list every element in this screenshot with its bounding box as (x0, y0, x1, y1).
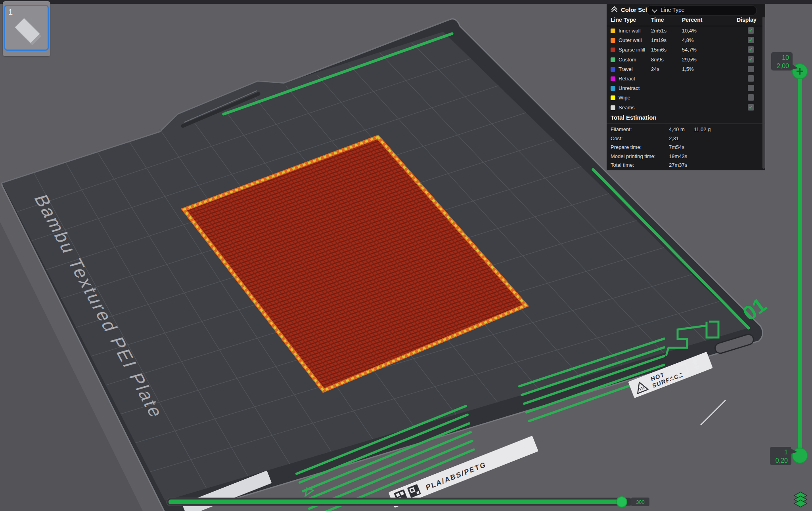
move-slider-handle[interactable] (617, 497, 627, 507)
display-checkbox[interactable]: ✓ (748, 46, 754, 53)
estimation-label: Cost: (611, 135, 622, 141)
line-type-row: Wipe✓ (607, 93, 765, 103)
col-percent: Percent (682, 17, 702, 23)
move-slider-fill (169, 500, 620, 504)
display-checkbox[interactable]: ✓ (748, 66, 754, 72)
line-type-swatch (611, 95, 615, 100)
gcode-preview-screen: Bambu Textured PEI Plate PLA/ABS/PETG HO… (0, 0, 812, 511)
line-type-swatch (611, 38, 615, 43)
estimation-value: 7m54s (669, 144, 684, 150)
line-type-row: Seams✓ (607, 103, 765, 113)
line-type-row: Outer wall1m19s4,8%✓ (607, 36, 765, 46)
color-scheme-panel: Color Scheme Line Type Line Type Time Pe… (607, 4, 765, 170)
line-type-swatch (611, 105, 615, 110)
line-type-swatch (611, 86, 615, 91)
layer-slider-track[interactable] (798, 71, 802, 456)
estimation-value: 27m37s (669, 162, 687, 168)
view-mode-value: Line Type (661, 7, 684, 13)
layer-slider-bottom-handle[interactable] (793, 448, 808, 463)
display-checkbox[interactable]: ✓ (748, 104, 754, 111)
line-type-row: Travel24s1,5%✓ (607, 65, 765, 74)
line-type-swatch (611, 29, 615, 33)
display-checkbox[interactable]: ✓ (748, 94, 754, 101)
top-strip (0, 0, 812, 4)
line-type-time: 2m51s (651, 28, 666, 34)
estimation-row: Prepare time:7m54s (607, 143, 765, 152)
line-type-percent: 54,7% (682, 47, 697, 53)
chevron-down-icon (652, 7, 657, 13)
line-type-label: Wipe (619, 95, 630, 101)
line-type-percent: 29,5% (682, 57, 697, 63)
svg-text:0,20: 0,20 (776, 457, 788, 464)
estimation-row: Model printing time:19m43s (607, 152, 765, 161)
total-estimation-table: Filament:4,40 m11,02 gCost:2,31Prepare t… (607, 125, 765, 170)
estimation-value: 19m43s (669, 153, 687, 159)
col-line-type: Line Type (611, 17, 636, 23)
line-type-table: Inner wall2m51s10,4%✓Outer wall1m19s4,8%… (607, 27, 765, 113)
total-estimation-title: Total Estimation (611, 114, 657, 121)
line-type-time: 1m19s (651, 37, 666, 43)
line-type-time: 15m6s (651, 47, 666, 53)
divider (607, 26, 765, 26)
estimation-row: Cost:2,31 (607, 134, 765, 143)
estimation-label: Total time: (611, 162, 634, 168)
line-type-label: Retract (619, 76, 635, 82)
estimation-label: Filament: (611, 126, 632, 132)
line-type-label: Travel (619, 66, 633, 72)
move-slider[interactable]: 300 (167, 497, 649, 507)
line-type-row: Inner wall2m51s10,4%✓ (607, 27, 765, 36)
col-display: Display (737, 17, 756, 23)
estimation-label: Model printing time: (611, 153, 655, 159)
line-type-percent: 4,8% (682, 37, 694, 43)
line-type-label: Custom (619, 57, 636, 63)
line-type-time: 8m9s (651, 57, 664, 63)
plate-thumbnail-card[interactable]: 1 (3, 1, 50, 56)
line-type-row: Retract✓ (607, 74, 765, 84)
display-checkbox[interactable]: ✓ (748, 85, 754, 91)
line-type-percent: 1,5% (682, 66, 694, 72)
move-slider-value-badge: 300 (631, 498, 649, 506)
panel-scrollbar[interactable] (762, 17, 765, 169)
col-time: Time (651, 17, 664, 23)
svg-text:10: 10 (782, 54, 789, 61)
svg-text:1: 1 (784, 449, 788, 456)
line-type-label: Inner wall (619, 28, 641, 34)
estimation-row: Filament:4,40 m11,02 g (607, 125, 765, 134)
line-type-time: 24s (651, 66, 659, 72)
line-type-swatch (611, 67, 615, 72)
line-type-label: Sparse infill (619, 47, 645, 53)
table-header: Line Type Time Percent Display (607, 17, 765, 25)
estimation-label: Prepare time: (611, 144, 642, 150)
plate-thumbnail-selected-frame: 1 (4, 5, 49, 51)
line-type-swatch (611, 76, 615, 81)
view-mode-dropdown[interactable]: Line Type (647, 5, 757, 16)
display-checkbox[interactable]: ✓ (748, 56, 754, 63)
display-checkbox[interactable]: ✓ (748, 27, 754, 34)
divider (607, 124, 765, 124)
line-type-swatch (611, 57, 615, 62)
estimation-value: 4,40 m (669, 126, 685, 132)
line-type-row: Unretract✓ (607, 84, 765, 93)
layers-icon[interactable] (794, 492, 807, 507)
display-checkbox[interactable]: ✓ (748, 37, 754, 43)
line-type-label: Unretract (619, 85, 640, 91)
line-type-label: Outer wall (619, 37, 642, 43)
line-type-row: Custom8m9s29,5%✓ (607, 55, 765, 65)
line-type-label: Seams (619, 105, 634, 111)
display-checkbox[interactable]: ✓ (748, 75, 754, 82)
estimation-row: Total time:27m37s (607, 161, 765, 170)
line-type-row: Sparse infill15m6s54,7%✓ (607, 46, 765, 55)
estimation-value-2: 11,02 g (694, 126, 710, 132)
svg-text:2,00: 2,00 (777, 63, 789, 69)
line-type-percent: 10,4% (682, 28, 697, 34)
line-type-swatch (611, 48, 615, 52)
plate-thumbnail-number: 1 (8, 8, 13, 17)
collapse-panel-button[interactable] (611, 7, 618, 13)
estimation-value: 2,31 (669, 135, 679, 141)
svg-text:300: 300 (636, 499, 645, 505)
